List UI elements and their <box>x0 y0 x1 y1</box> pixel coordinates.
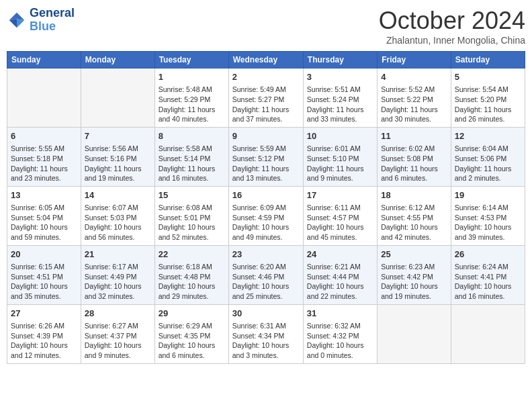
daylight-text: Daylight: 11 hours and 33 minutes. <box>307 105 373 124</box>
sunset-text: Sunset: 5:24 PM <box>307 95 373 105</box>
header-sunday: Sunday <box>7 52 81 68</box>
sunrise-text: Sunrise: 6:26 AM <box>11 321 77 331</box>
calendar-cell <box>378 304 451 363</box>
sunset-text: Sunset: 5:22 PM <box>381 95 447 105</box>
sunset-text: Sunset: 4:53 PM <box>455 213 521 223</box>
sunset-text: Sunset: 5:06 PM <box>455 154 521 164</box>
sunrise-text: Sunrise: 6:15 AM <box>11 262 77 272</box>
sunrise-text: Sunrise: 6:24 AM <box>455 262 521 272</box>
sunset-text: Sunset: 4:57 PM <box>307 213 373 223</box>
day-number: 8 <box>159 130 225 142</box>
daylight-text: Daylight: 10 hours and 16 minutes. <box>455 281 521 301</box>
daylight-text: Daylight: 10 hours and 42 minutes. <box>381 222 447 242</box>
day-number: 5 <box>455 71 521 83</box>
calendar-cell: 9Sunrise: 5:59 AMSunset: 5:12 PMDaylight… <box>228 127 303 186</box>
calendar-cell: 1Sunrise: 5:48 AMSunset: 5:29 PMDaylight… <box>154 68 228 128</box>
svg-marker-2 <box>9 19 17 28</box>
calendar-cell <box>451 304 525 363</box>
day-number: 21 <box>85 248 151 261</box>
day-number: 29 <box>159 308 225 320</box>
daylight-text: Daylight: 11 hours and 9 minutes. <box>307 164 373 183</box>
calendar-cell <box>81 68 154 128</box>
sunset-text: Sunset: 5:27 PM <box>232 95 300 105</box>
sunrise-text: Sunrise: 6:12 AM <box>381 203 447 213</box>
header-wednesday: Wednesday <box>228 52 303 68</box>
sunrise-text: Sunrise: 5:54 AM <box>455 85 521 95</box>
calendar-cell: 30Sunrise: 6:31 AMSunset: 4:34 PMDayligh… <box>228 304 303 363</box>
sunset-text: Sunset: 5:20 PM <box>455 95 521 105</box>
sunset-text: Sunset: 4:42 PM <box>381 272 447 282</box>
sunrise-text: Sunrise: 5:52 AM <box>381 85 447 95</box>
daylight-text: Daylight: 10 hours and 45 minutes. <box>307 222 373 242</box>
calendar-week-row: 1Sunrise: 5:48 AMSunset: 5:29 PMDaylight… <box>7 68 525 128</box>
sunrise-text: Sunrise: 6:11 AM <box>307 203 373 213</box>
daylight-text: Daylight: 10 hours and 56 minutes. <box>85 222 151 242</box>
calendar-cell: 7Sunrise: 5:56 AMSunset: 5:16 PMDaylight… <box>81 127 154 186</box>
sunset-text: Sunset: 4:32 PM <box>307 331 373 341</box>
sunset-text: Sunset: 4:41 PM <box>455 272 521 282</box>
sunrise-text: Sunrise: 6:14 AM <box>455 203 521 213</box>
day-number: 12 <box>455 130 521 142</box>
daylight-text: Daylight: 11 hours and 40 minutes. <box>159 105 225 124</box>
calendar-week-row: 27Sunrise: 6:26 AMSunset: 4:39 PMDayligh… <box>7 304 525 363</box>
sunset-text: Sunset: 5:08 PM <box>381 154 447 164</box>
sunset-text: Sunset: 4:48 PM <box>159 272 225 282</box>
header-friday: Friday <box>378 52 451 68</box>
header-tuesday: Tuesday <box>154 52 228 68</box>
day-number: 3 <box>307 71 373 83</box>
sunset-text: Sunset: 5:03 PM <box>85 213 151 223</box>
day-number: 30 <box>232 308 300 320</box>
daylight-text: Daylight: 10 hours and 35 minutes. <box>11 281 77 301</box>
sunset-text: Sunset: 4:44 PM <box>307 272 373 282</box>
logo: General Blue <box>7 7 75 34</box>
sunset-text: Sunset: 4:34 PM <box>232 331 300 341</box>
daylight-text: Daylight: 11 hours and 26 minutes. <box>455 105 521 124</box>
calendar-cell: 4Sunrise: 5:52 AMSunset: 5:22 PMDaylight… <box>378 68 451 128</box>
daylight-text: Daylight: 11 hours and 2 minutes. <box>455 164 521 183</box>
daylight-text: Daylight: 10 hours and 22 minutes. <box>307 281 373 301</box>
sunrise-text: Sunrise: 6:17 AM <box>85 262 151 272</box>
day-number: 31 <box>307 308 373 320</box>
sunset-text: Sunset: 5:29 PM <box>159 95 225 105</box>
calendar-cell: 14Sunrise: 6:07 AMSunset: 5:03 PMDayligh… <box>81 186 154 245</box>
sunset-text: Sunset: 4:49 PM <box>85 272 151 282</box>
calendar-cell: 29Sunrise: 6:29 AMSunset: 4:35 PMDayligh… <box>154 304 228 363</box>
day-number: 15 <box>159 189 225 201</box>
day-number: 10 <box>307 130 373 142</box>
logo-line2: Blue <box>30 20 75 34</box>
sunset-text: Sunset: 5:16 PM <box>85 154 151 164</box>
sunrise-text: Sunrise: 5:58 AM <box>159 144 225 154</box>
sunrise-text: Sunrise: 6:05 AM <box>11 203 77 213</box>
calendar-cell: 22Sunrise: 6:18 AMSunset: 4:48 PMDayligh… <box>154 245 228 304</box>
logo-text: General Blue <box>30 7 75 34</box>
day-number: 28 <box>85 308 151 320</box>
daylight-text: Daylight: 10 hours and 3 minutes. <box>232 340 300 360</box>
month-title: October 2024 <box>379 7 525 35</box>
daylight-text: Daylight: 11 hours and 23 minutes. <box>11 164 77 183</box>
header-thursday: Thursday <box>303 52 377 68</box>
calendar-cell: 25Sunrise: 6:23 AMSunset: 4:42 PMDayligh… <box>378 245 451 304</box>
day-number: 18 <box>381 189 447 201</box>
calendar-header-row: SundayMondayTuesdayWednesdayThursdayFrid… <box>7 52 525 68</box>
day-number: 19 <box>455 189 521 201</box>
day-number: 6 <box>11 130 77 142</box>
calendar-cell: 20Sunrise: 6:15 AMSunset: 4:51 PMDayligh… <box>7 245 81 304</box>
calendar-cell: 17Sunrise: 6:11 AMSunset: 4:57 PMDayligh… <box>303 186 377 245</box>
sunrise-text: Sunrise: 5:56 AM <box>85 144 151 154</box>
daylight-text: Daylight: 10 hours and 12 minutes. <box>11 340 77 360</box>
calendar: SundayMondayTuesdayWednesdayThursdayFrid… <box>7 51 525 364</box>
day-number: 2 <box>232 71 300 83</box>
calendar-cell: 27Sunrise: 6:26 AMSunset: 4:39 PMDayligh… <box>7 304 81 363</box>
day-number: 7 <box>85 130 151 142</box>
daylight-text: Daylight: 10 hours and 49 minutes. <box>232 222 300 242</box>
day-number: 24 <box>307 248 373 261</box>
calendar-cell: 6Sunrise: 5:55 AMSunset: 5:18 PMDaylight… <box>7 127 81 186</box>
svg-marker-1 <box>17 19 24 28</box>
sunset-text: Sunset: 5:12 PM <box>232 154 300 164</box>
day-number: 23 <box>232 248 300 261</box>
sunset-text: Sunset: 5:01 PM <box>159 213 225 223</box>
day-number: 4 <box>381 71 447 83</box>
calendar-cell: 3Sunrise: 5:51 AMSunset: 5:24 PMDaylight… <box>303 68 377 128</box>
day-number: 26 <box>455 248 521 261</box>
calendar-cell: 2Sunrise: 5:49 AMSunset: 5:27 PMDaylight… <box>228 68 303 128</box>
